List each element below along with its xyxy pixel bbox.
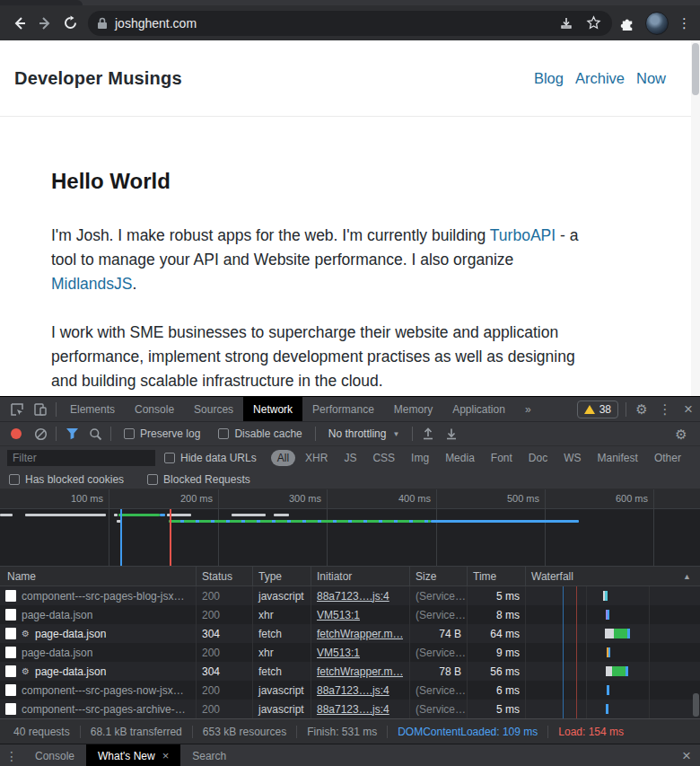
- request-initiator-link[interactable]: VM513:1: [317, 609, 360, 621]
- request-initiator-link[interactable]: 88a7123….js:4: [317, 590, 389, 603]
- drawer-close-icon[interactable]: ×: [673, 748, 700, 763]
- preserve-log-checkbox[interactable]: Preserve log: [124, 427, 200, 440]
- drawer-tab[interactable]: Console: [23, 744, 86, 766]
- request-type-filter-chip[interactable]: All: [271, 450, 295, 466]
- disable-cache-checkbox[interactable]: Disable cache: [218, 427, 302, 440]
- drawer-tab[interactable]: What's New ×: [86, 744, 180, 766]
- drawer-tab[interactable]: Search: [180, 744, 238, 766]
- devtools-close-icon[interactable]: ×: [677, 398, 700, 421]
- forward-button[interactable]: [32, 11, 57, 36]
- device-toolbar-icon[interactable]: [29, 398, 52, 421]
- divider: [626, 402, 626, 417]
- request-type-filter-chip[interactable]: Media: [439, 450, 481, 466]
- issues-warning-badge[interactable]: 38: [577, 401, 618, 418]
- page-scrollbar-thumb[interactable]: [692, 43, 699, 95]
- devtools-menu-icon[interactable]: ⋮: [653, 398, 677, 421]
- nav-link[interactable]: Blog: [534, 70, 564, 87]
- column-header-status[interactable]: Status: [197, 567, 253, 586]
- devtools-tab[interactable]: Console: [125, 397, 184, 421]
- devtools-tab[interactable]: Memory: [384, 397, 442, 421]
- overview-request-bar: [114, 514, 118, 516]
- column-header-waterfall[interactable]: Waterfall ▲: [526, 567, 700, 586]
- bookmark-star-icon[interactable]: [583, 13, 603, 33]
- network-request-row[interactable]: page-data.json 200 xhr VM513:1 (Service……: [0, 605, 700, 624]
- request-initiator-link[interactable]: fetchWrapper.m…: [317, 665, 403, 678]
- request-type-filter-chip[interactable]: WS: [557, 450, 587, 466]
- request-type-filter-chip[interactable]: Doc: [522, 450, 554, 466]
- browser-menu-icon[interactable]: ⋮: [678, 16, 691, 30]
- request-type-filter-chip[interactable]: XHR: [299, 450, 334, 466]
- hide-data-urls-checkbox[interactable]: Hide data URLs: [164, 452, 257, 464]
- devtools-tab[interactable]: Application: [442, 397, 515, 421]
- filter-input[interactable]: [7, 450, 155, 466]
- devtools-tab[interactable]: Elements: [60, 397, 125, 421]
- network-request-row[interactable]: component---src-pages-now-jsx… 200 javas…: [0, 681, 700, 700]
- request-type-filter-chip[interactable]: JS: [337, 450, 363, 466]
- devtools-tab[interactable]: Sources: [184, 397, 243, 421]
- network-overview-timeline[interactable]: 100 ms200 ms300 ms400 ms500 ms600 ms: [0, 489, 700, 567]
- record-button[interactable]: [11, 428, 22, 439]
- devtools-tab[interactable]: Performance: [302, 397, 384, 421]
- export-har-icon[interactable]: [440, 422, 463, 445]
- midlandsjs-link[interactable]: MidlandsJS: [51, 275, 132, 293]
- divider: [315, 427, 316, 441]
- import-har-icon[interactable]: [416, 422, 440, 445]
- column-header-size[interactable]: Size: [410, 567, 468, 586]
- extensions-puzzle-icon[interactable]: [619, 14, 636, 31]
- request-type-filter-chip[interactable]: Font: [485, 450, 519, 466]
- nav-link[interactable]: Archive: [575, 70, 625, 87]
- network-settings-gear-icon[interactable]: ⚙: [669, 422, 693, 445]
- search-icon[interactable]: [83, 422, 107, 445]
- inspect-element-icon[interactable]: [5, 398, 29, 421]
- reload-button[interactable]: [57, 11, 83, 36]
- table-scrollbar-thumb[interactable]: [693, 693, 699, 717]
- request-initiator-link[interactable]: 88a7123….js:4: [317, 684, 389, 697]
- request-type: xhr: [258, 647, 274, 659]
- devtools-tab[interactable]: Network: [243, 397, 302, 421]
- column-header-time[interactable]: Time: [468, 567, 526, 586]
- has-blocked-cookies-checkbox[interactable]: Has blocked cookies: [9, 473, 124, 486]
- request-initiator-link[interactable]: fetchWrapper.m…: [317, 628, 403, 640]
- request-name: page-data.json: [35, 628, 106, 640]
- drawer-tab-label: Console: [35, 750, 74, 762]
- devtools-tab[interactable]: »: [515, 397, 541, 421]
- devtools-settings-gear-icon[interactable]: ⚙: [630, 398, 653, 421]
- turboapi-link[interactable]: TurboAPI: [490, 226, 556, 244]
- request-type-filter-chip[interactable]: Other: [648, 450, 687, 466]
- column-header-initiator[interactable]: Initiator: [311, 567, 410, 586]
- network-request-row[interactable]: component---src-pages-archive-… 200 java…: [0, 700, 700, 718]
- nav-link[interactable]: Now: [636, 70, 666, 87]
- column-header-type[interactable]: Type: [253, 567, 311, 586]
- network-request-row[interactable]: page-data.json 200 xhr VM513:1 (Service……: [0, 643, 700, 662]
- blocked-requests-checkbox[interactable]: Blocked Requests: [147, 473, 250, 486]
- page-scrollbar[interactable]: [691, 40, 700, 396]
- network-request-row[interactable]: ⚙ page-data.json 304 fetch fetchWrapper.…: [0, 624, 700, 643]
- timeline-gridline: [653, 489, 654, 566]
- profile-avatar[interactable]: [645, 12, 669, 35]
- request-type-filter-chip[interactable]: Manifest: [591, 450, 644, 466]
- drawer-menu-icon[interactable]: ⋮: [0, 749, 23, 763]
- sort-ascending-icon: ▲: [683, 572, 691, 581]
- filter-funnel-icon[interactable]: [60, 422, 83, 445]
- clear-icon[interactable]: [29, 422, 52, 445]
- request-initiator-link[interactable]: VM513:1: [317, 647, 360, 659]
- install-icon[interactable]: [556, 13, 576, 33]
- checkbox-icon: [147, 474, 158, 485]
- network-request-row[interactable]: component---src-pages-blog-jsx… 200 java…: [0, 586, 700, 605]
- request-type: xhr: [258, 609, 274, 621]
- request-status: 200: [202, 684, 220, 697]
- checkbox-icon: [218, 428, 229, 439]
- column-header-name[interactable]: Name: [0, 567, 197, 586]
- request-type-filter-chip[interactable]: CSS: [366, 450, 401, 466]
- network-request-row[interactable]: ⚙ page-data.json 304 fetch fetchWrapper.…: [0, 662, 700, 681]
- load-event-line: [170, 509, 171, 566]
- close-icon[interactable]: ×: [162, 749, 170, 762]
- throttling-dropdown[interactable]: No throttling ▼: [328, 427, 400, 440]
- request-type-filter-chip[interactable]: Img: [405, 450, 435, 466]
- request-time: 5 ms: [473, 703, 520, 716]
- back-button[interactable]: [7, 11, 32, 36]
- request-initiator-link[interactable]: 88a7123….js:4: [317, 703, 389, 716]
- waterfall-bar: [606, 704, 608, 714]
- address-bar[interactable]: joshghent.com: [88, 11, 612, 36]
- summary-item: 40 requests: [4, 726, 81, 738]
